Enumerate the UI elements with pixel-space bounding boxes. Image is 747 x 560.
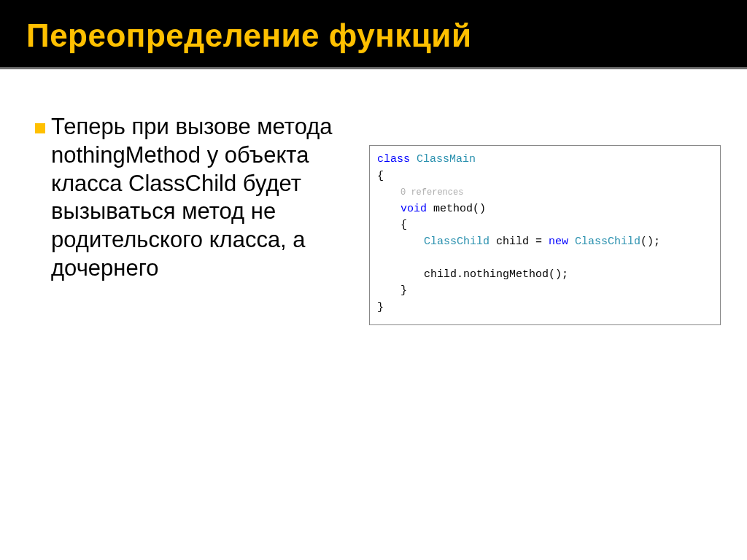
code-brace: { — [377, 217, 407, 234]
code-keyword: class — [377, 153, 410, 166]
bullet-marker-icon — [35, 123, 45, 133]
code-keyword: void — [400, 203, 427, 215]
code-text: child = — [489, 236, 549, 248]
code-line: ClassChild child = new ClassChild(); — [377, 234, 660, 251]
code-text: method() — [427, 203, 486, 215]
title-bar: Переопределение функций — [0, 0, 747, 68]
code-line: child.nothingMethod(); — [377, 267, 568, 284]
code-column: class ClassMain { 0 references void meth… — [369, 113, 721, 325]
code-text: (); — [640, 236, 660, 248]
code-reference-count: 0 references — [377, 186, 463, 199]
code-snippet: class ClassMain { 0 references void meth… — [369, 145, 721, 325]
code-type: ClassMain — [410, 153, 476, 166]
bullet-item: Теперь при вызове метода nothingMethod у… — [35, 113, 349, 283]
code-line: void method() — [377, 201, 486, 218]
slide: Переопределение функций Теперь при вызов… — [0, 0, 747, 560]
slide-body: Теперь при вызове метода nothingMethod у… — [0, 69, 747, 325]
text-column: Теперь при вызове метода nothingMethod у… — [35, 113, 349, 325]
code-brace: } — [377, 301, 384, 314]
code-keyword: new — [549, 236, 568, 248]
code-brace: } — [377, 283, 407, 300]
code-brace: { — [377, 170, 384, 182]
slide-title: Переопределение функций — [26, 18, 721, 54]
code-type: ClassChild — [568, 236, 640, 248]
code-type: ClassChild — [424, 236, 489, 248]
bullet-text: Теперь при вызове метода nothingMethod у… — [51, 113, 349, 283]
